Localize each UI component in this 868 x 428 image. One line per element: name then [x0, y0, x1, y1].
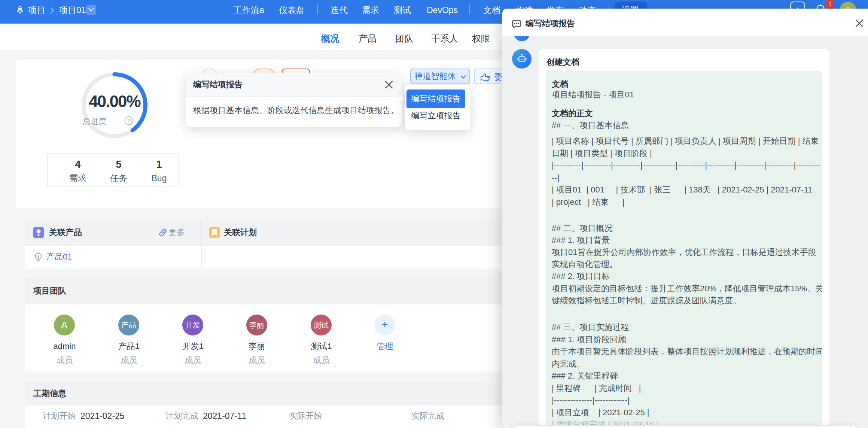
- svg-text:?: ?: [127, 118, 130, 124]
